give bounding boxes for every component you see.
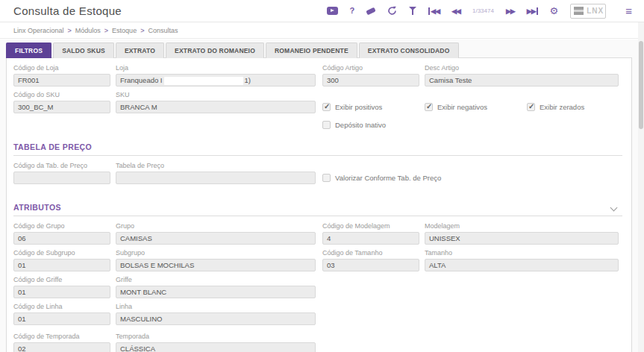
codigo-tab-preco-input[interactable]: [13, 172, 110, 184]
checkbox-label: Exibir positivos: [335, 103, 382, 111]
nav-previous-icon[interactable]: ◀◀: [451, 7, 460, 15]
loja-input[interactable]: Franqueado I1): [116, 74, 316, 87]
field-modelagem: Modelagem UNISSEX: [425, 222, 619, 245]
field-label: Código de Modelagem: [322, 222, 419, 230]
field-codigo-subgrupo: Código de Subgrupo 01: [13, 249, 110, 271]
griffe-input[interactable]: MONT BLANC: [116, 286, 316, 298]
checkbox-box[interactable]: [527, 103, 535, 111]
checkbox-deposito-inativo[interactable]: Depósito Inativo: [322, 121, 425, 131]
checkbox-box[interactable]: [322, 121, 331, 129]
codigo-artigo-input[interactable]: 300: [322, 74, 419, 87]
checkbox-exibir-positivos[interactable]: Exibir positivos: [322, 103, 425, 113]
field-label: Tamanho: [425, 249, 619, 257]
checkbox-label: Valorizar Conforme Tab. de Preço: [335, 174, 441, 182]
field-codigo-sku: Código do SKU 300_BC_M: [13, 91, 110, 113]
tamanho-input[interactable]: ALTA: [425, 259, 619, 271]
codigo-temporada-input[interactable]: 02: [13, 342, 110, 352]
modelagem-input[interactable]: UNISSEX: [425, 232, 619, 245]
menu-icon[interactable]: ≡: [625, 4, 632, 17]
lnx-logo: LNX: [570, 4, 606, 19]
breadcrumb-item-estoque[interactable]: Estoque: [112, 27, 137, 34]
grupo-input[interactable]: CAMISAS: [116, 232, 316, 245]
field-codigo-tamanho: Código de Tamanho 03: [322, 249, 419, 271]
lnx-logo-text: LNX: [587, 7, 604, 15]
nav-first-icon[interactable]: ◀◀: [428, 7, 440, 15]
checkbox-label: Exibir negativos: [437, 103, 487, 111]
section-atributos: ATRIBUTOS: [13, 201, 622, 216]
codigo-loja-input[interactable]: FR001: [13, 74, 110, 87]
desc-artigo-input[interactable]: Camisa Teste: [425, 74, 619, 87]
checkbox-exibir-zerados[interactable]: Exibir zerados: [527, 103, 629, 113]
tab-saldo-skus[interactable]: SALDO SKUS: [53, 43, 114, 58]
codigo-linha-input[interactable]: 01: [13, 312, 110, 325]
gear-icon[interactable]: ⚙: [550, 6, 559, 16]
field-label: Linha: [116, 303, 316, 310]
field-tamanho: Tamanho ALTA: [425, 249, 619, 271]
checkbox-label: Depósito Inativo: [335, 121, 386, 129]
field-label: Temporada: [116, 333, 316, 340]
field-label: Loja: [116, 64, 316, 72]
section-tabela-de-preco: TABELA DE PREÇO: [13, 140, 622, 156]
codigo-griffe-input[interactable]: 01: [13, 286, 110, 298]
redacted-text: [164, 77, 243, 85]
form-row: Código de Temporada 02 Temporada CLÁSSIC…: [13, 333, 631, 352]
breadcrumb-item-consultas[interactable]: Consultas: [148, 27, 178, 34]
tab-filtros[interactable]: FILTROS: [6, 43, 51, 58]
breadcrumb-item-modulos[interactable]: Módulos: [75, 27, 101, 34]
breadcrumb-item-linx-operacional[interactable]: Linx Operacional: [13, 27, 64, 34]
tab-romaneio-pendente[interactable]: ROMANEIO PENDENTE: [266, 43, 357, 58]
checkbox-box[interactable]: [322, 103, 331, 111]
breadcrumb: Linx Operacional > Módulos > Estoque > C…: [0, 22, 644, 39]
refresh-icon[interactable]: [387, 6, 397, 16]
tab-bar: FILTROS SALDO SKUS EXTRATO EXTRATO DO RO…: [0, 40, 638, 58]
scrollbar-thumb[interactable]: [639, 41, 643, 129]
field-label: Código da Tab. de Preço: [13, 162, 110, 169]
codigo-sku-input[interactable]: 300_BC_M: [13, 101, 110, 113]
filter-icon[interactable]: [409, 7, 416, 15]
eraser-icon[interactable]: [366, 7, 376, 15]
sku-input[interactable]: BRANCA M: [116, 101, 316, 113]
temporada-input[interactable]: CLÁSSICA: [116, 342, 316, 352]
codigo-grupo-input[interactable]: 06: [13, 232, 110, 245]
codigo-subgrupo-input[interactable]: 01: [13, 259, 110, 271]
form-row: Código de Subgrupo 01 Subgrupo BOLSAS E …: [13, 249, 631, 271]
tabela-preco-input[interactable]: [116, 172, 316, 184]
field-label: Código de Loja: [13, 64, 110, 72]
checkbox-label: Exibir zerados: [540, 103, 584, 111]
form-row: Depósito Inativo: [322, 121, 631, 131]
breadcrumb-separator: >: [68, 27, 72, 34]
field-codigo-temporada: Código de Temporada 02: [13, 333, 110, 352]
field-codigo-griffe: Código de Griffe 01: [13, 276, 110, 298]
chevron-down-icon[interactable]: [610, 204, 618, 211]
field-grupo: Grupo CAMISAS: [116, 222, 316, 245]
tab-extrato-consolidado[interactable]: EXTRATO CONSOLIDADO: [359, 43, 459, 58]
codigo-modelagem-input[interactable]: 4: [322, 232, 419, 245]
linha-input[interactable]: MASCULINO: [116, 312, 316, 325]
field-linha: Linha MASCULINO: [116, 303, 316, 325]
field-sku: SKU BRANCA M: [116, 91, 316, 113]
checkbox-exibir-negativos[interactable]: Exibir negativos: [425, 103, 527, 113]
tab-extrato[interactable]: EXTRATO: [116, 43, 164, 58]
loja-value-suffix: 1): [245, 76, 251, 84]
breadcrumb-separator: >: [104, 27, 108, 34]
form-row: Código de Linha 01 Linha MASCULINO: [13, 303, 631, 325]
scrollbar-track[interactable]: [638, 22, 644, 352]
help-icon[interactable]: ?: [350, 7, 355, 15]
tab-extrato-do-romaneio[interactable]: EXTRATO DO ROMANEIO: [166, 43, 264, 58]
page-title: Consulta de Estoque: [13, 4, 122, 17]
lnx-logo-mark: [574, 7, 584, 15]
subgrupo-input[interactable]: BOLSAS E MOCHILAS: [116, 259, 316, 271]
checkbox-valorizar-conforme-tab[interactable]: Valorizar Conforme Tab. de Preço: [322, 174, 487, 184]
field-label: Desc Artigo: [425, 64, 619, 72]
checkbox-box[interactable]: [425, 103, 433, 111]
nav-last-icon[interactable]: ▶▶: [527, 7, 538, 15]
field-label: Código Artigo: [322, 64, 419, 72]
nav-next-icon[interactable]: ▶▶: [506, 7, 515, 15]
codigo-tamanho-input[interactable]: 03: [322, 259, 419, 271]
video-help-icon[interactable]: [327, 7, 338, 15]
field-tabela-preco: Tabela de Preço: [116, 162, 316, 184]
field-codigo-linha: Código de Linha 01: [13, 303, 110, 325]
checkbox-box[interactable]: [322, 174, 331, 182]
field-label: Código de Grupo: [13, 222, 110, 230]
field-codigo-modelagem: Código de Modelagem 4: [322, 222, 419, 245]
